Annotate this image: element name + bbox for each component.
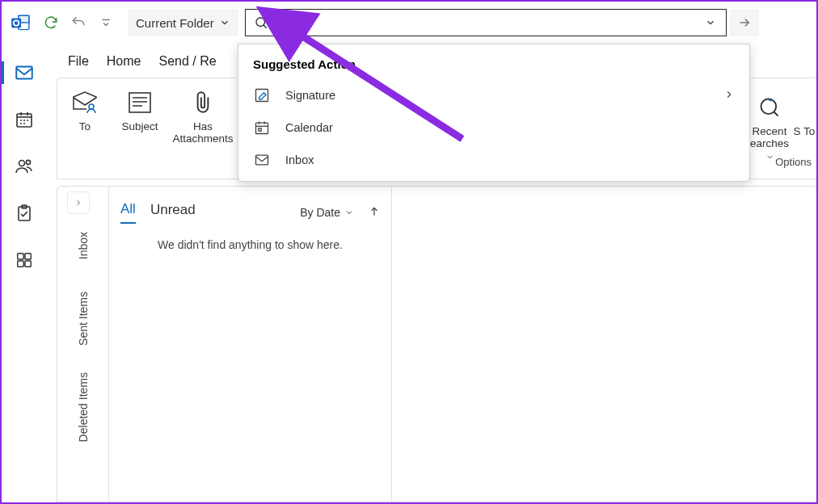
suggested-signature-label: Signature xyxy=(285,89,335,102)
suggested-inbox-label: Inbox xyxy=(285,153,314,166)
folder-sent-items[interactable]: Sent Items xyxy=(77,292,90,346)
ribbon-subject[interactable]: Subject xyxy=(112,83,167,178)
svg-rect-16 xyxy=(129,93,150,112)
svg-rect-21 xyxy=(256,155,268,165)
svg-rect-11 xyxy=(18,254,23,259)
ribbon-to[interactable]: To xyxy=(57,83,112,178)
tab-file[interactable]: File xyxy=(68,54,89,69)
ribbon-search-tools-label: S To xyxy=(794,125,816,137)
chevron-right-icon xyxy=(723,89,735,103)
rail-people[interactable] xyxy=(8,152,40,181)
svg-rect-19 xyxy=(256,123,268,133)
search-scope-label: Current Folder xyxy=(136,16,214,30)
ribbon-search-tools-partial[interactable]: S To xyxy=(792,88,816,137)
ribbon-to-label: To xyxy=(79,120,91,132)
mail-icon xyxy=(253,151,271,169)
search-input[interactable] xyxy=(276,10,695,36)
rail-more-apps[interactable] xyxy=(8,246,40,275)
rail-tasks[interactable] xyxy=(8,199,40,228)
suggested-actions-header: Suggested Action xyxy=(238,52,749,79)
filter-unread[interactable]: Unread xyxy=(150,202,196,223)
suggested-actions-panel: Suggested Action Signature Calendar Inbo… xyxy=(238,44,750,182)
ribbon-group-options-label: Options xyxy=(747,156,816,171)
svg-rect-5 xyxy=(16,66,32,78)
svg-point-4 xyxy=(256,18,265,27)
suggested-inbox[interactable]: Inbox xyxy=(238,144,749,176)
refresh-icon[interactable] xyxy=(37,9,65,36)
search-icon xyxy=(246,15,276,30)
search-go-button[interactable] xyxy=(730,9,759,36)
search-scope-dropdown[interactable]: Current Folder xyxy=(128,9,238,36)
recent-searches-icon xyxy=(755,93,784,122)
chevron-down-icon xyxy=(219,17,230,28)
filter-all[interactable]: All xyxy=(120,201,136,224)
ribbon-subject-label: Subject xyxy=(121,120,158,132)
svg-rect-2 xyxy=(11,19,21,28)
search-options-dropdown[interactable] xyxy=(695,17,726,28)
reading-pane xyxy=(392,187,816,502)
empty-message: We didn't find anything to show here. xyxy=(120,238,380,251)
tab-send-receive[interactable]: Send / Re xyxy=(158,54,216,69)
folder-deleted-items[interactable]: Deleted Items xyxy=(77,372,90,442)
svg-point-7 xyxy=(19,161,25,166)
rail-calendar[interactable] xyxy=(8,105,40,134)
paperclip-icon xyxy=(188,88,217,117)
envelope-person-icon xyxy=(70,88,99,117)
sort-by-label: By Date xyxy=(300,206,340,219)
ribbon-recent-label: Recent earches xyxy=(747,125,792,149)
ribbon-recent-searches[interactable]: Recent earches xyxy=(747,88,792,162)
subject-lines-icon xyxy=(125,88,154,117)
svg-rect-13 xyxy=(18,261,23,267)
svg-rect-12 xyxy=(25,254,31,259)
sort-direction-button[interactable] xyxy=(369,205,380,220)
folder-inbox[interactable]: Inbox xyxy=(77,232,90,259)
ribbon-has-attachments[interactable]: Has Attachments xyxy=(167,83,238,178)
suggested-calendar[interactable]: Calendar xyxy=(238,111,749,144)
search-tools-icon xyxy=(790,93,818,122)
svg-rect-14 xyxy=(25,261,31,267)
svg-point-15 xyxy=(89,104,94,109)
search-box[interactable] xyxy=(245,9,727,36)
rail-mail[interactable] xyxy=(8,58,40,87)
undo-icon[interactable] xyxy=(65,9,92,36)
calendar-icon xyxy=(253,119,271,136)
sort-by-dropdown[interactable]: By Date xyxy=(300,206,354,219)
ribbon-has-attachments-label: Has Attachments xyxy=(167,120,238,145)
quick-access-dropdown-icon[interactable] xyxy=(92,9,120,36)
svg-rect-20 xyxy=(259,128,261,131)
signature-icon xyxy=(253,86,271,104)
outlook-app-icon xyxy=(6,9,34,36)
svg-point-8 xyxy=(26,160,30,164)
tab-home[interactable]: Home xyxy=(107,54,141,69)
chevron-down-icon xyxy=(344,208,354,217)
expand-folders-button[interactable] xyxy=(67,191,90,214)
suggested-calendar-label: Calendar xyxy=(285,121,333,134)
suggested-signature[interactable]: Signature xyxy=(238,79,749,111)
